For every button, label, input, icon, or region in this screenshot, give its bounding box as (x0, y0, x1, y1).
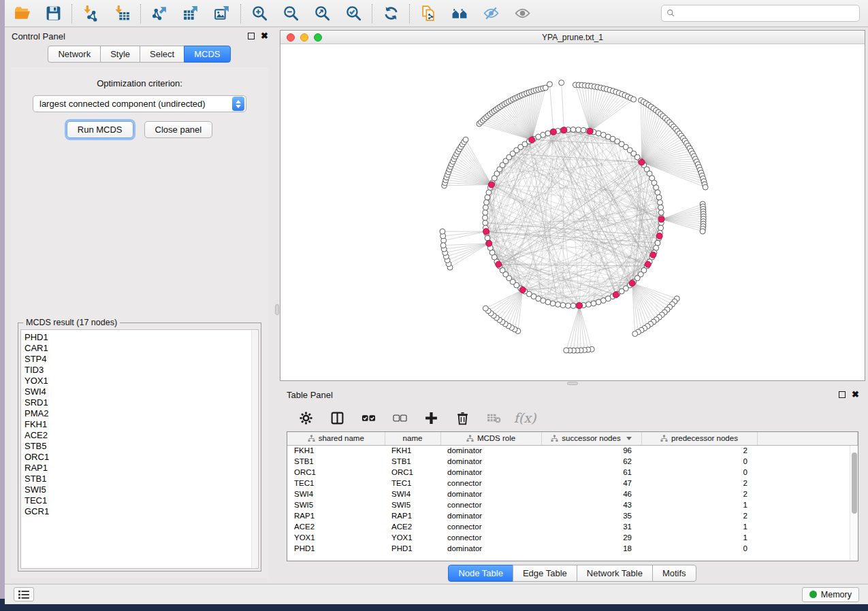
refresh-icon[interactable] (382, 5, 400, 22)
close-window-icon[interactable] (287, 33, 295, 42)
table-row[interactable]: SWI4SWI4dominator462 (287, 489, 858, 499)
ring-node[interactable] (570, 127, 576, 133)
table-row[interactable]: YOX1YOX1connector291 (287, 532, 858, 543)
mcds-hub-node[interactable] (629, 280, 635, 286)
close-panel-icon[interactable]: ✖ (261, 33, 268, 39)
export-table-icon[interactable] (182, 5, 199, 22)
close-panel-button[interactable]: Close panel (144, 121, 213, 138)
ring-node[interactable] (658, 225, 664, 231)
float-panel-icon[interactable] (248, 33, 255, 39)
leaf-node[interactable] (559, 80, 564, 86)
save-session-icon[interactable] (44, 5, 62, 22)
table-row[interactable]: FKH1FKH1dominator962 (287, 445, 858, 456)
run-mcds-button[interactable]: Run MCDS (67, 121, 133, 138)
ring-node[interactable] (560, 303, 566, 308)
ring-node[interactable] (658, 210, 664, 215)
zoom-fit-icon[interactable] (313, 5, 331, 22)
import-network-icon[interactable] (82, 5, 99, 22)
network-window-titlebar[interactable]: YPA_prune.txt_1 (280, 31, 865, 44)
ring-node[interactable] (545, 131, 551, 136)
mcds-hub-node[interactable] (550, 129, 556, 135)
column-header-MCDS-role[interactable]: MCDS role (440, 432, 541, 445)
mcds-hub-node[interactable] (639, 159, 645, 165)
table-row[interactable]: STB1STB1dominator620 (287, 456, 858, 467)
mcds-list-scrollbar[interactable] (251, 331, 257, 567)
select-all-checkboxes-icon[interactable] (360, 410, 376, 426)
splitter-grip[interactable] (567, 382, 578, 385)
mcds-hub-node[interactable] (529, 137, 535, 143)
column-header-name[interactable]: name (385, 432, 440, 445)
mcds-result-item[interactable]: GCR1 (25, 506, 258, 517)
mcds-hub-node[interactable] (519, 287, 526, 293)
ring-node[interactable] (656, 195, 662, 200)
mcds-result-item[interactable]: ORC1 (25, 452, 258, 463)
leaf-node[interactable] (547, 82, 552, 87)
search-box[interactable] (661, 5, 860, 22)
first-neighbors-icon[interactable] (451, 5, 468, 22)
leaf-node[interactable] (703, 184, 708, 190)
ring-node[interactable] (483, 220, 488, 226)
ring-node[interactable] (658, 205, 664, 210)
tab-node-table[interactable]: Node Table (448, 565, 513, 582)
zoom-out-icon[interactable] (282, 5, 300, 22)
ring-node[interactable] (484, 199, 489, 205)
column-header-shared-name[interactable]: shared name (287, 432, 385, 445)
splitter-grip[interactable] (275, 304, 279, 315)
leaf-node[interactable] (440, 243, 446, 248)
deselect-all-checkboxes-icon[interactable] (391, 410, 408, 426)
column-header-successor-nodes[interactable]: successor nodes (541, 432, 641, 445)
show-columns-icon[interactable] (329, 410, 345, 426)
table-row[interactable]: PHD1PHD1dominator180 (287, 543, 858, 554)
table-row[interactable]: SWI5SWI5connector431 (287, 499, 858, 510)
open-session-icon[interactable] (13, 5, 31, 22)
mcds-result-item[interactable]: RAP1 (25, 463, 258, 474)
network-canvas[interactable] (280, 44, 865, 380)
mcds-hub-node[interactable] (577, 303, 583, 309)
tab-network[interactable]: Network (48, 46, 101, 63)
mcds-hub-node[interactable] (645, 261, 651, 267)
mcds-hub-node[interactable] (587, 128, 593, 134)
mcds-result-item[interactable]: TEC1 (25, 495, 258, 506)
mcds-hub-node[interactable] (483, 229, 489, 235)
ring-node[interactable] (485, 235, 490, 241)
leaf-node[interactable] (632, 331, 638, 337)
mcds-result-item[interactable]: YOX1 (25, 376, 258, 386)
horizontal-splitter[interactable] (280, 381, 865, 386)
tab-edge-table[interactable]: Edge Table (513, 565, 577, 582)
zoom-selected-icon[interactable] (344, 5, 362, 22)
minimize-window-icon[interactable] (300, 33, 308, 42)
criterion-select[interactable]: largest connected component (undirected) (33, 95, 246, 112)
export-image-icon[interactable] (213, 5, 231, 22)
import-table-icon[interactable] (113, 5, 131, 22)
ring-node[interactable] (581, 127, 586, 133)
leaf-node[interactable] (483, 306, 488, 311)
mcds-hub-node[interactable] (658, 216, 664, 222)
close-panel-icon[interactable]: ✖ (852, 391, 859, 398)
mcds-result-item[interactable]: STP4 (25, 354, 258, 365)
vertical-splitter[interactable] (274, 27, 280, 584)
table-scrollbar[interactable] (850, 446, 857, 560)
mcds-hub-node[interactable] (486, 240, 492, 246)
export-network-icon[interactable] (150, 5, 168, 22)
ring-node[interactable] (483, 215, 488, 220)
leaf-node[interactable] (631, 97, 637, 102)
mcds-hub-node[interactable] (656, 233, 662, 239)
show-all-icon[interactable] (513, 5, 531, 22)
ring-node[interactable] (565, 303, 570, 308)
network-graph[interactable] (280, 44, 865, 380)
ring-node[interactable] (550, 301, 556, 306)
mcds-result-item[interactable]: SWI4 (25, 386, 258, 397)
mcds-result-item[interactable]: SRD1 (25, 397, 258, 408)
mcds-hub-node[interactable] (561, 127, 567, 133)
mcds-result-item[interactable]: SWI5 (25, 484, 258, 495)
hide-selected-icon[interactable] (482, 5, 500, 22)
mcds-result-item[interactable]: STB1 (25, 474, 258, 484)
mcds-result-item[interactable]: PHD1 (25, 332, 258, 343)
leaf-node[interactable] (463, 137, 468, 142)
task-history-button[interactable] (14, 587, 34, 601)
ring-node[interactable] (591, 301, 596, 306)
search-input[interactable] (679, 9, 854, 18)
ring-node[interactable] (556, 301, 561, 307)
tab-style[interactable]: Style (100, 46, 140, 63)
leaf-node[interactable] (564, 348, 569, 353)
